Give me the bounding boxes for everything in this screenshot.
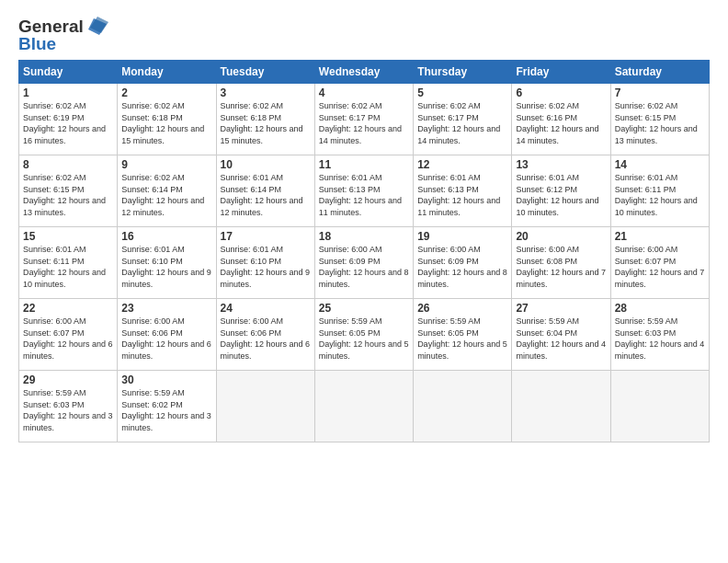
day-number: 3 bbox=[221, 86, 311, 99]
calendar-cell: 27 Sunrise: 5:59 AMSunset: 6:04 PMDaylig… bbox=[512, 299, 610, 371]
day-number: 30 bbox=[121, 373, 211, 386]
day-number: 5 bbox=[417, 86, 507, 99]
day-number: 14 bbox=[615, 158, 705, 171]
calendar-cell: 11 Sunrise: 6:01 AMSunset: 6:13 PMDaylig… bbox=[314, 155, 413, 227]
cell-info: Sunrise: 6:02 AMSunset: 6:15 PMDaylight:… bbox=[23, 173, 106, 217]
logo: General Blue bbox=[18, 17, 108, 54]
day-number: 28 bbox=[615, 302, 705, 315]
calendar-cell: 30 Sunrise: 5:59 AMSunset: 6:02 PMDaylig… bbox=[118, 371, 216, 442]
cell-info: Sunrise: 6:02 AMSunset: 6:17 PMDaylight:… bbox=[319, 101, 402, 145]
day-number: 17 bbox=[221, 230, 311, 243]
logo-icon bbox=[86, 17, 108, 37]
day-number: 21 bbox=[615, 230, 705, 243]
cell-info: Sunrise: 5:59 AMSunset: 6:04 PMDaylight:… bbox=[516, 316, 606, 361]
calendar-cell: 26 Sunrise: 5:59 AMSunset: 6:05 PMDaylig… bbox=[414, 299, 512, 371]
cell-info: Sunrise: 5:59 AMSunset: 6:05 PMDaylight:… bbox=[319, 316, 409, 361]
calendar-cell: 29 Sunrise: 5:59 AMSunset: 6:03 PMDaylig… bbox=[19, 371, 118, 442]
calendar-cell: 22 Sunrise: 6:00 AMSunset: 6:07 PMDaylig… bbox=[19, 299, 118, 371]
day-number: 12 bbox=[417, 158, 507, 171]
cell-info: Sunrise: 6:02 AMSunset: 6:19 PMDaylight:… bbox=[23, 101, 106, 145]
cell-info: Sunrise: 6:02 AMSunset: 6:18 PMDaylight:… bbox=[221, 101, 303, 145]
cell-info: Sunrise: 5:59 AMSunset: 6:03 PMDaylight:… bbox=[615, 316, 705, 361]
cell-info: Sunrise: 6:01 AMSunset: 6:10 PMDaylight:… bbox=[221, 245, 311, 289]
cell-info: Sunrise: 6:01 AMSunset: 6:13 PMDaylight:… bbox=[417, 173, 500, 217]
logo-blue: Blue bbox=[18, 34, 108, 54]
day-number: 20 bbox=[516, 230, 606, 243]
calendar-cell: 5 Sunrise: 6:02 AMSunset: 6:17 PMDayligh… bbox=[414, 84, 512, 155]
col-header-wednesday: Wednesday bbox=[314, 61, 413, 84]
day-number: 29 bbox=[23, 373, 113, 386]
cell-info: Sunrise: 5:59 AMSunset: 6:03 PMDaylight:… bbox=[23, 388, 113, 432]
day-number: 13 bbox=[516, 158, 606, 171]
calendar-cell bbox=[414, 371, 512, 442]
calendar-table: SundayMondayTuesdayWednesdayThursdayFrid… bbox=[18, 60, 710, 442]
cell-info: Sunrise: 6:00 AMSunset: 6:06 PMDaylight:… bbox=[121, 316, 211, 361]
calendar-cell: 4 Sunrise: 6:02 AMSunset: 6:17 PMDayligh… bbox=[314, 84, 413, 155]
calendar-page: General Blue SundayMondayTuesdayWednesda… bbox=[0, 0, 728, 563]
col-header-friday: Friday bbox=[512, 61, 610, 84]
calendar-cell: 13 Sunrise: 6:01 AMSunset: 6:12 PMDaylig… bbox=[512, 155, 610, 227]
cell-info: Sunrise: 6:00 AMSunset: 6:06 PMDaylight:… bbox=[221, 316, 311, 361]
col-header-monday: Monday bbox=[118, 61, 216, 84]
calendar-cell: 12 Sunrise: 6:01 AMSunset: 6:13 PMDaylig… bbox=[414, 155, 512, 227]
col-header-saturday: Saturday bbox=[610, 61, 709, 84]
day-number: 7 bbox=[615, 86, 705, 99]
cell-info: Sunrise: 6:00 AMSunset: 6:07 PMDaylight:… bbox=[615, 245, 705, 289]
col-header-sunday: Sunday bbox=[19, 61, 118, 84]
day-number: 8 bbox=[23, 158, 113, 171]
cell-info: Sunrise: 6:01 AMSunset: 6:10 PMDaylight:… bbox=[121, 245, 211, 289]
header: General Blue bbox=[18, 17, 710, 54]
col-header-tuesday: Tuesday bbox=[216, 61, 314, 84]
calendar-cell: 16 Sunrise: 6:01 AMSunset: 6:10 PMDaylig… bbox=[118, 227, 216, 299]
day-number: 27 bbox=[516, 302, 606, 315]
cell-info: Sunrise: 6:01 AMSunset: 6:12 PMDaylight:… bbox=[516, 173, 598, 217]
day-number: 16 bbox=[121, 230, 211, 243]
day-number: 18 bbox=[319, 230, 409, 243]
calendar-cell: 15 Sunrise: 6:01 AMSunset: 6:11 PMDaylig… bbox=[19, 227, 118, 299]
calendar-cell bbox=[610, 371, 709, 442]
day-number: 9 bbox=[121, 158, 211, 171]
cell-info: Sunrise: 6:02 AMSunset: 6:14 PMDaylight:… bbox=[121, 173, 204, 217]
day-number: 26 bbox=[417, 302, 507, 315]
cell-info: Sunrise: 6:01 AMSunset: 6:11 PMDaylight:… bbox=[23, 245, 106, 289]
calendar-cell: 8 Sunrise: 6:02 AMSunset: 6:15 PMDayligh… bbox=[19, 155, 118, 227]
day-number: 1 bbox=[23, 86, 113, 99]
cell-info: Sunrise: 6:01 AMSunset: 6:11 PMDaylight:… bbox=[615, 173, 698, 217]
calendar-cell: 1 Sunrise: 6:02 AMSunset: 6:19 PMDayligh… bbox=[19, 84, 118, 155]
cell-info: Sunrise: 6:01 AMSunset: 6:13 PMDaylight:… bbox=[319, 173, 402, 217]
cell-info: Sunrise: 6:00 AMSunset: 6:07 PMDaylight:… bbox=[23, 316, 113, 361]
col-header-thursday: Thursday bbox=[414, 61, 512, 84]
calendar-cell: 14 Sunrise: 6:01 AMSunset: 6:11 PMDaylig… bbox=[610, 155, 709, 227]
calendar-cell: 25 Sunrise: 5:59 AMSunset: 6:05 PMDaylig… bbox=[314, 299, 413, 371]
cell-info: Sunrise: 6:00 AMSunset: 6:08 PMDaylight:… bbox=[516, 245, 606, 289]
cell-info: Sunrise: 5:59 AMSunset: 6:02 PMDaylight:… bbox=[121, 388, 211, 432]
cell-info: Sunrise: 6:00 AMSunset: 6:09 PMDaylight:… bbox=[319, 245, 409, 289]
calendar-cell: 2 Sunrise: 6:02 AMSunset: 6:18 PMDayligh… bbox=[118, 84, 216, 155]
day-number: 6 bbox=[516, 86, 606, 99]
day-number: 15 bbox=[23, 230, 113, 243]
day-number: 11 bbox=[319, 158, 409, 171]
calendar-cell: 18 Sunrise: 6:00 AMSunset: 6:09 PMDaylig… bbox=[314, 227, 413, 299]
calendar-cell: 24 Sunrise: 6:00 AMSunset: 6:06 PMDaylig… bbox=[216, 299, 314, 371]
calendar-cell: 7 Sunrise: 6:02 AMSunset: 6:15 PMDayligh… bbox=[610, 84, 709, 155]
cell-info: Sunrise: 5:59 AMSunset: 6:05 PMDaylight:… bbox=[417, 316, 507, 361]
day-number: 4 bbox=[319, 86, 409, 99]
calendar-cell bbox=[216, 371, 314, 442]
cell-info: Sunrise: 6:02 AMSunset: 6:17 PMDaylight:… bbox=[417, 101, 500, 145]
cell-info: Sunrise: 6:02 AMSunset: 6:15 PMDaylight:… bbox=[615, 101, 698, 145]
day-number: 23 bbox=[121, 302, 211, 315]
calendar-cell: 23 Sunrise: 6:00 AMSunset: 6:06 PMDaylig… bbox=[118, 299, 216, 371]
cell-info: Sunrise: 6:02 AMSunset: 6:16 PMDaylight:… bbox=[516, 101, 598, 145]
calendar-cell: 17 Sunrise: 6:01 AMSunset: 6:10 PMDaylig… bbox=[216, 227, 314, 299]
calendar-cell: 10 Sunrise: 6:01 AMSunset: 6:14 PMDaylig… bbox=[216, 155, 314, 227]
calendar-cell: 9 Sunrise: 6:02 AMSunset: 6:14 PMDayligh… bbox=[118, 155, 216, 227]
calendar-cell bbox=[512, 371, 610, 442]
calendar-cell bbox=[314, 371, 413, 442]
calendar-cell: 20 Sunrise: 6:00 AMSunset: 6:08 PMDaylig… bbox=[512, 227, 610, 299]
cell-info: Sunrise: 6:00 AMSunset: 6:09 PMDaylight:… bbox=[417, 245, 507, 289]
calendar-cell: 3 Sunrise: 6:02 AMSunset: 6:18 PMDayligh… bbox=[216, 84, 314, 155]
day-number: 2 bbox=[121, 86, 211, 99]
cell-info: Sunrise: 6:01 AMSunset: 6:14 PMDaylight:… bbox=[221, 173, 303, 217]
day-number: 19 bbox=[417, 230, 507, 243]
calendar-cell: 6 Sunrise: 6:02 AMSunset: 6:16 PMDayligh… bbox=[512, 84, 610, 155]
